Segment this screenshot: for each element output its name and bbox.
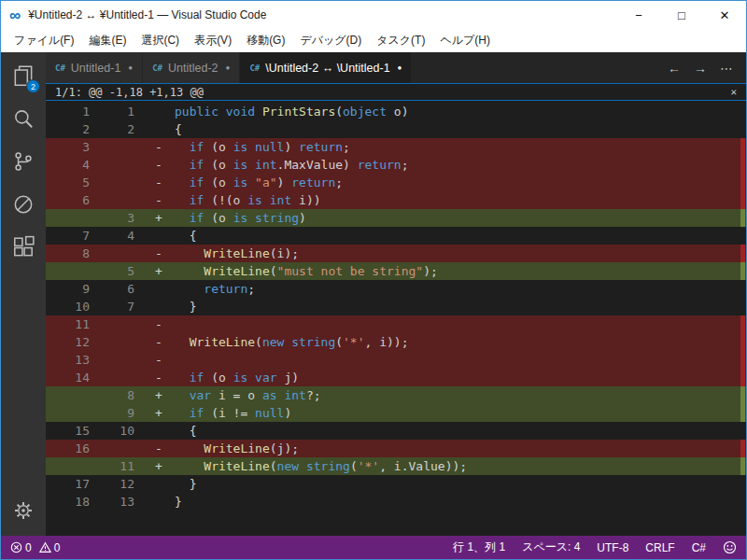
tab-label: \Untitled-2 ↔ \Untitled-1	[265, 62, 389, 75]
old-line-number: 1	[46, 103, 98, 120]
menu-item-help[interactable]: ヘルプ(H)	[432, 30, 498, 51]
code-line: WriteLine("must not be string");	[175, 262, 438, 280]
tab-untitled-2[interactable]: C#Untitled-2●	[143, 52, 240, 83]
new-line-number: 5	[98, 262, 143, 280]
old-line-number	[46, 209, 98, 227]
vscode-window: ∞ ¥Untitled-2 ↔ ¥Untitled-1 — Visual Stu…	[0, 0, 747, 560]
diff-sign: -	[143, 369, 175, 386]
nav-forward-button[interactable]: →	[690, 59, 711, 77]
old-line-number: 15	[46, 422, 98, 440]
diff-row[interactable]: 8- WriteLine(i);	[46, 245, 746, 262]
diff-row[interactable]: 107 }	[46, 298, 746, 315]
code-line: {	[175, 120, 182, 138]
menu-item-selection[interactable]: 選択(C)	[134, 30, 187, 51]
diff-editor[interactable]: 11public void PrintStars(object o)22{3- …	[46, 101, 746, 536]
old-line-number	[46, 262, 98, 280]
new-line-number: 8	[98, 386, 143, 404]
diff-row[interactable]: 3+ if (o is string)	[46, 209, 746, 227]
diff-row[interactable]: 1510 {	[46, 422, 746, 440]
code-line: if (o is var j)	[175, 369, 299, 386]
dirty-indicator[interactable]: ●	[128, 63, 133, 72]
diff-lines: 11public void PrintStars(object o)22{3- …	[46, 103, 746, 511]
new-line-number: 3	[98, 209, 143, 227]
new-line-number: 4	[98, 227, 143, 245]
diff-row[interactable]: 22{	[46, 120, 746, 138]
old-line-number: 18	[46, 493, 98, 511]
diff-sign	[143, 475, 175, 493]
more-actions-button[interactable]: ⋯	[716, 59, 737, 77]
diff-row[interactable]: 1813}	[46, 493, 746, 511]
diff-row[interactable]: 8+ var i = o as int?;	[46, 386, 746, 404]
code-line: WriteLine(j);	[175, 440, 299, 457]
diff-row[interactable]: 11public void PrintStars(object o)	[46, 103, 746, 120]
overview-ruler[interactable]	[739, 101, 746, 536]
new-line-number: 12	[98, 475, 143, 493]
new-line-number: 2	[98, 120, 143, 138]
csharp-file-icon: C#	[249, 63, 260, 73]
diff-row[interactable]: 11-	[46, 315, 746, 333]
overview-ruler-mark	[740, 156, 745, 174]
minimize-button[interactable]: −	[617, 1, 660, 29]
code-line: var i = o as int?;	[175, 386, 321, 404]
tab-untitled-1[interactable]: C#Untitled-1●	[46, 52, 143, 83]
feedback-smiley-icon[interactable]	[723, 540, 737, 554]
nav-back-button[interactable]: ←	[664, 59, 684, 77]
diff-sign: -	[143, 156, 175, 174]
diff-row[interactable]: 16- WriteLine(j);	[46, 440, 746, 457]
diff-sign: +	[143, 404, 175, 422]
diff-row[interactable]: 6- if (!(o is int i))	[46, 191, 746, 209]
overview-ruler-mark	[740, 351, 745, 369]
diff-row[interactable]: 96 return;	[46, 280, 746, 298]
dirty-indicator[interactable]: ●	[398, 63, 402, 72]
diff-row[interactable]: 5- if (o is "a") return;	[46, 174, 746, 191]
diff-row[interactable]: 11+ WriteLine(new string('*', i.Value));	[46, 457, 746, 475]
diff-row[interactable]: 9+ if (i != null)	[46, 404, 746, 422]
diff-sign	[143, 493, 175, 511]
diff-row[interactable]: 3- if (o is null) return;	[46, 138, 746, 156]
activity-item-extensions[interactable]	[1, 226, 46, 269]
diff-row[interactable]: 12- WriteLine(new string('*', i));	[46, 333, 746, 351]
diff-sign	[143, 103, 175, 120]
problems-errors[interactable]: 0	[10, 541, 32, 554]
indentation[interactable]: スペース: 4	[522, 539, 580, 555]
status-right: 行 1、列 1スペース: 4UTF-8CRLFC#	[453, 539, 737, 555]
vscode-logo-icon: ∞	[9, 7, 21, 23]
menu-item-view[interactable]: 表示(V)	[187, 30, 239, 51]
old-line-number: 5	[46, 174, 98, 191]
new-line-number	[98, 369, 143, 386]
diff-row[interactable]: 74 {	[46, 227, 746, 245]
activity-item-search[interactable]	[1, 97, 46, 140]
menu-item-file[interactable]: ファイル(F)	[7, 30, 81, 51]
encoding[interactable]: UTF-8	[597, 541, 628, 554]
diff-row[interactable]: 14- if (o is var j)	[46, 369, 746, 386]
maximize-button[interactable]: □	[660, 1, 703, 29]
diff-row[interactable]: 4- if (o is int.MaxValue) return;	[46, 156, 746, 174]
activity-item-explorer[interactable]: 2	[1, 54, 46, 97]
activity-item-source-control[interactable]	[1, 140, 46, 183]
old-line-number: 16	[46, 440, 98, 457]
diff-row[interactable]: 5+ WriteLine("must not be string");	[46, 262, 746, 280]
cursor-position[interactable]: 行 1、列 1	[453, 539, 505, 555]
menu-item-edit[interactable]: 編集(E)	[81, 30, 134, 51]
menu-item-debug[interactable]: デバッグ(D)	[292, 30, 369, 51]
overview-ruler-mark	[740, 386, 745, 404]
diff-review-close-button[interactable]: ✕	[730, 86, 737, 98]
eol[interactable]: CRLF	[645, 541, 674, 554]
code-line: public void PrintStars(object o)	[175, 103, 409, 120]
diff-row[interactable]: 13-	[46, 351, 746, 369]
settings-button[interactable]	[1, 489, 46, 532]
close-button[interactable]: ✕	[703, 1, 746, 29]
dirty-indicator[interactable]: ●	[226, 63, 231, 72]
tab-bar: C#Untitled-1●C#Untitled-2●C#\Untitled-2 …	[46, 52, 746, 83]
menu-item-go[interactable]: 移動(G)	[239, 30, 292, 51]
tab-label: Untitled-1	[71, 62, 121, 75]
diff-row[interactable]: 1712 }	[46, 475, 746, 493]
old-line-number: 14	[46, 369, 98, 386]
problems-warnings[interactable]: 0	[39, 541, 61, 554]
tab-diff-untitled-2-untitled-1[interactable]: C#\Untitled-2 ↔ \Untitled-1●	[240, 52, 412, 83]
language-mode[interactable]: C#	[692, 541, 706, 554]
activity-item-debug[interactable]	[1, 183, 46, 226]
code-line: if (o is int.MaxValue) return;	[175, 156, 408, 174]
menu-item-tasks[interactable]: タスク(T)	[369, 30, 432, 51]
new-line-number: 13	[98, 493, 143, 511]
